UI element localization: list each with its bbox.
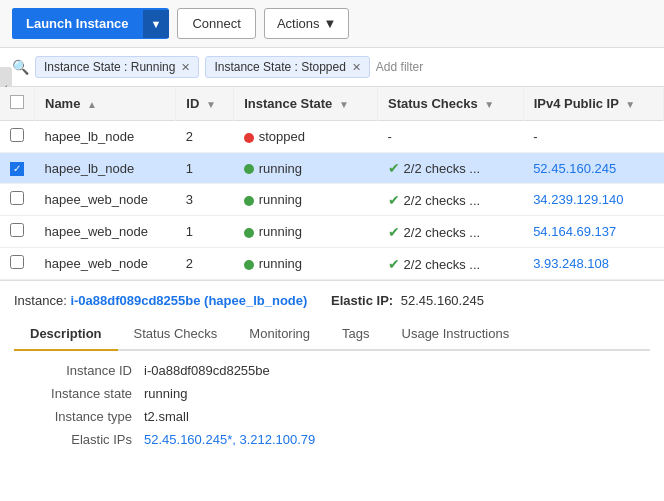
instance-label: Instance:: [14, 293, 70, 308]
table-header-row: Name ▲ ID ▼ Instance State ▼ Status Chec…: [0, 87, 664, 121]
state-text: running: [259, 224, 302, 239]
value-instance-state: running: [144, 386, 187, 401]
state-text: stopped: [259, 129, 305, 144]
table-row[interactable]: hapee_web_node1running✔2/2 checks ...54.…: [0, 216, 664, 248]
launch-instance-dropdown-arrow[interactable]: ▼: [143, 10, 170, 38]
filter-tag-running[interactable]: Instance State : Running ✕: [35, 56, 199, 78]
table-wrapper: Name ▲ ID ▼ Instance State ▼ Status Chec…: [0, 87, 664, 281]
label-instance-state: Instance state: [14, 386, 144, 401]
check-ok-icon: ✔: [388, 192, 400, 208]
row-checkbox[interactable]: [10, 128, 24, 142]
row-id: 1: [176, 153, 234, 184]
value-elastic-ips[interactable]: 52.45.160.245*, 3.212.100.79: [144, 432, 315, 447]
row-name: hapee_lb_node: [35, 121, 176, 153]
state-text: running: [259, 192, 302, 207]
detail-row-instance-id: Instance ID i-0a88df089cd8255be: [14, 363, 650, 378]
checks-text: 2/2 checks ...: [404, 225, 481, 240]
ip-link[interactable]: 54.164.69.137: [533, 224, 616, 239]
ip-link[interactable]: 34.239.129.140: [533, 192, 623, 207]
detail-row-instance-state: Instance state running: [14, 386, 650, 401]
tabs-bar: Description Status Checks Monitoring Tag…: [14, 318, 650, 351]
check-ok-icon: ✔: [388, 160, 400, 176]
filter-bar: 🔍 Instance State : Running ✕ Instance St…: [0, 48, 664, 87]
tab-monitoring[interactable]: Monitoring: [233, 318, 326, 351]
row-checkbox-cell[interactable]: [0, 121, 35, 153]
col-ipv4[interactable]: IPv4 Public IP ▼: [523, 87, 663, 121]
launch-instance-main[interactable]: Launch Instance: [12, 8, 143, 39]
state-sort-icon: ▼: [339, 99, 349, 110]
ipv4-sort-icon: ▼: [625, 99, 635, 110]
row-state: running: [234, 248, 378, 280]
filter-stopped-text: Instance State : Stopped: [214, 60, 345, 74]
table-row[interactable]: hapee_web_node2running✔2/2 checks ...3.9…: [0, 248, 664, 280]
tab-status-checks[interactable]: Status Checks: [118, 318, 234, 351]
label-instance-id: Instance ID: [14, 363, 144, 378]
actions-dropdown-icon: ▼: [324, 16, 337, 31]
row-ip[interactable]: 3.93.248.108: [523, 248, 663, 280]
row-checkbox[interactable]: ✓: [10, 162, 24, 176]
elastic-ip-value: 52.45.160.245: [401, 293, 484, 308]
detail-header: Instance: i-0a88df089cd8255be (hapee_lb_…: [14, 293, 650, 308]
add-filter-label[interactable]: Add filter: [376, 60, 423, 74]
checks-text: 2/2 checks ...: [404, 193, 481, 208]
row-checkbox[interactable]: [10, 223, 24, 237]
state-dot: [244, 196, 254, 206]
detail-content: Instance ID i-0a88df089cd8255be Instance…: [14, 351, 650, 447]
table-row[interactable]: ✓hapee_lb_node1running✔2/2 checks ...52.…: [0, 153, 664, 184]
checks-text: 2/2 checks ...: [404, 257, 481, 272]
row-ip[interactable]: 52.45.160.245: [523, 153, 663, 184]
row-state: running: [234, 153, 378, 184]
actions-label: Actions: [277, 16, 320, 31]
state-dot: [244, 164, 254, 174]
row-checkbox-cell[interactable]: ✓: [0, 153, 35, 184]
instances-table: Name ▲ ID ▼ Instance State ▼ Status Chec…: [0, 87, 664, 280]
row-name: hapee_web_node: [35, 184, 176, 216]
state-dot: [244, 228, 254, 238]
col-instance-state[interactable]: Instance State ▼: [234, 87, 378, 121]
col-name[interactable]: Name ▲: [35, 87, 176, 121]
row-checkbox[interactable]: [10, 255, 24, 269]
row-checks: ✔2/2 checks ...: [378, 184, 524, 216]
check-ok-icon: ✔: [388, 256, 400, 272]
state-text: running: [259, 161, 302, 176]
row-ip[interactable]: 34.239.129.140: [523, 184, 663, 216]
state-dot: [244, 260, 254, 270]
instance-id-ref[interactable]: i-0a88df089cd8255be (hapee_lb_node): [70, 293, 307, 308]
filter-running-close[interactable]: ✕: [181, 61, 190, 74]
table-row[interactable]: hapee_lb_node2stopped--: [0, 121, 664, 153]
col-id[interactable]: ID ▼: [176, 87, 234, 121]
row-checks: ✔2/2 checks ...: [378, 216, 524, 248]
row-checkbox-cell[interactable]: [0, 216, 35, 248]
elastic-ip-label: Elastic IP:: [331, 293, 393, 308]
tab-tags[interactable]: Tags: [326, 318, 385, 351]
filter-stopped-close[interactable]: ✕: [352, 61, 361, 74]
row-checkbox[interactable]: [10, 191, 24, 205]
col-status-checks[interactable]: Status Checks ▼: [378, 87, 524, 121]
table-row[interactable]: hapee_web_node3running✔2/2 checks ...34.…: [0, 184, 664, 216]
launch-instance-button[interactable]: Launch Instance ▼: [12, 8, 169, 39]
detail-row-instance-type: Instance type t2.small: [14, 409, 650, 424]
tab-description[interactable]: Description: [14, 318, 118, 351]
checks-text: -: [388, 129, 392, 144]
tab-usage-instructions[interactable]: Usage Instructions: [386, 318, 526, 351]
select-all-checkbox[interactable]: [10, 95, 24, 109]
actions-button[interactable]: Actions ▼: [264, 8, 350, 39]
id-sort-icon: ▼: [206, 99, 216, 110]
row-ip[interactable]: 54.164.69.137: [523, 216, 663, 248]
filter-tag-stopped[interactable]: Instance State : Stopped ✕: [205, 56, 369, 78]
select-all-checkbox-cell[interactable]: [0, 87, 35, 121]
row-id: 2: [176, 121, 234, 153]
state-text: running: [259, 256, 302, 271]
row-checks: -: [378, 121, 524, 153]
connect-button[interactable]: Connect: [177, 8, 255, 39]
ip-link[interactable]: 3.93.248.108: [533, 256, 609, 271]
row-name: hapee_web_node: [35, 248, 176, 280]
row-name: hapee_lb_node: [35, 153, 176, 184]
row-checks: ✔2/2 checks ...: [378, 153, 524, 184]
check-ok-icon: ✔: [388, 224, 400, 240]
row-checkbox-cell[interactable]: [0, 184, 35, 216]
detail-row-elastic-ips: Elastic IPs 52.45.160.245*, 3.212.100.79: [14, 432, 650, 447]
row-checkbox-cell[interactable]: [0, 248, 35, 280]
ip-link[interactable]: 52.45.160.245: [533, 161, 616, 176]
value-instance-id: i-0a88df089cd8255be: [144, 363, 270, 378]
